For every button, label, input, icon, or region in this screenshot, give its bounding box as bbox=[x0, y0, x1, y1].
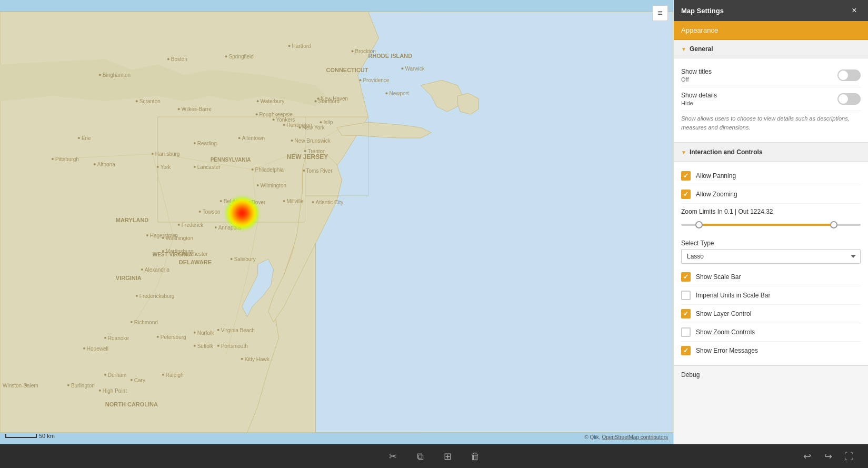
svg-text:Newport: Newport bbox=[389, 91, 408, 96]
duplicate-button[interactable]: ⧉ bbox=[412, 448, 429, 465]
svg-text:Norfolk: Norfolk bbox=[197, 330, 214, 336]
right-panel: Map Settings × Appearance ▼ General Show… bbox=[673, 0, 868, 444]
section-general-header[interactable]: ▼ General bbox=[674, 40, 868, 58]
svg-point-4 bbox=[99, 74, 101, 76]
show-titles-toggle[interactable] bbox=[837, 69, 861, 81]
svg-point-112 bbox=[67, 384, 69, 386]
svg-text:Durham: Durham bbox=[108, 372, 127, 378]
svg-text:New Brunswick: New Brunswick bbox=[295, 138, 331, 144]
allow-panning-checkbox[interactable] bbox=[681, 171, 691, 181]
chevron-down-icon: ▼ bbox=[681, 46, 686, 52]
svg-text:NORTH CAROLINA: NORTH CAROLINA bbox=[105, 401, 158, 407]
allow-zooming-label: Allow Zooming bbox=[696, 191, 737, 198]
show-details-label-group: Show details Hide bbox=[681, 92, 717, 106]
svg-text:Scranton: Scranton bbox=[139, 98, 161, 104]
heatmap-overlay bbox=[226, 197, 258, 229]
svg-text:Wilmington: Wilmington bbox=[261, 183, 286, 188]
select-type-dropdown[interactable]: Lasso Rectangle None bbox=[681, 249, 861, 264]
svg-text:Towson: Towson bbox=[203, 209, 221, 215]
svg-text:Cary: Cary bbox=[134, 377, 145, 383]
undo-button[interactable]: ↩ bbox=[799, 448, 815, 465]
scale-bar: 50 km bbox=[5, 433, 55, 439]
show-zoom-controls-label: Show Zoom Controls bbox=[696, 328, 755, 336]
svg-rect-1 bbox=[316, 12, 673, 432]
svg-text:Atlantic City: Atlantic City bbox=[316, 200, 344, 205]
map-menu-button[interactable]: ≡ bbox=[652, 5, 668, 21]
show-error-messages-row: Show Error Messages bbox=[681, 342, 861, 360]
show-error-messages-checkbox[interactable] bbox=[681, 346, 691, 355]
svg-point-118 bbox=[162, 374, 164, 376]
debug-tab-label: Debug bbox=[681, 371, 700, 379]
tab-appearance[interactable]: Appearance bbox=[674, 21, 868, 40]
svg-text:WEST VIRGINIA: WEST VIRGINIA bbox=[153, 252, 193, 257]
scale-bar-line bbox=[5, 434, 37, 438]
allow-panning-row: Allow Panning bbox=[681, 167, 861, 185]
resize-button[interactable]: ⊞ bbox=[440, 448, 456, 465]
show-details-toggle[interactable] bbox=[837, 93, 861, 105]
allow-zooming-checkbox[interactable] bbox=[681, 190, 691, 199]
fullscreen-icon: ⛶ bbox=[844, 451, 854, 462]
show-layer-control-row: Show Layer Control bbox=[681, 305, 861, 323]
svg-text:York: York bbox=[161, 164, 171, 170]
section-interaction-header[interactable]: ▼ Interaction and Controls bbox=[674, 143, 868, 162]
select-type-label: Select Type bbox=[681, 240, 861, 247]
zoom-limits-thumb-right[interactable] bbox=[830, 221, 837, 228]
section-general: ▼ General Show titles Off bbox=[674, 40, 868, 143]
panel-close-button[interactable]: × bbox=[848, 4, 861, 17]
svg-text:PENNSYLVANIA: PENNSYLVANIA bbox=[211, 157, 251, 163]
section-general-label: General bbox=[690, 45, 713, 53]
zoom-limits-slider-container bbox=[681, 217, 861, 235]
delete-button[interactable]: 🗑 bbox=[467, 448, 484, 465]
svg-text:Roanoke: Roanoke bbox=[108, 335, 129, 341]
svg-point-102 bbox=[217, 329, 220, 331]
svg-point-46 bbox=[283, 124, 285, 126]
menu-lines-icon: ≡ bbox=[657, 8, 662, 18]
zoom-limits-thumb-left[interactable] bbox=[695, 221, 703, 228]
show-zoom-controls-checkbox[interactable] bbox=[681, 327, 691, 337]
svg-point-24 bbox=[385, 92, 387, 94]
svg-text:Reading: Reading bbox=[197, 141, 217, 146]
svg-text:Boston: Boston bbox=[171, 56, 187, 62]
map-container[interactable]: Erie Binghamton Boston Springfield Brock… bbox=[0, 0, 673, 444]
zoom-limits-range-slider[interactable] bbox=[681, 224, 861, 226]
appearance-tab-label: Appearance bbox=[681, 26, 718, 34]
show-layer-control-label: Show Layer Control bbox=[696, 310, 751, 317]
svg-point-10 bbox=[351, 50, 353, 52]
svg-text:Providence: Providence bbox=[363, 77, 389, 83]
scissors-button[interactable]: ✂ bbox=[385, 448, 402, 465]
svg-point-100 bbox=[194, 332, 196, 334]
imperial-units-checkbox[interactable] bbox=[681, 291, 691, 300]
close-icon: × bbox=[852, 6, 856, 15]
svg-point-85 bbox=[231, 258, 233, 260]
show-scale-bar-checkbox[interactable] bbox=[681, 272, 691, 282]
svg-text:Huntington: Huntington bbox=[287, 122, 312, 128]
imperial-units-label: Imperial Units in Scale Bar bbox=[696, 292, 770, 299]
svg-text:Stamford: Stamford bbox=[318, 98, 340, 104]
attribution-link[interactable]: OpenStreetMap contributors bbox=[602, 434, 668, 440]
scale-bar-label: 50 km bbox=[39, 433, 55, 439]
svg-point-2 bbox=[78, 137, 80, 139]
delete-icon: 🗑 bbox=[471, 451, 480, 462]
svg-point-28 bbox=[94, 163, 96, 165]
svg-text:VIRGINIA: VIRGINIA bbox=[116, 275, 142, 281]
svg-text:Raleigh: Raleigh bbox=[166, 372, 184, 378]
svg-text:MARYLAND: MARYLAND bbox=[116, 217, 149, 223]
svg-text:Burlington: Burlington bbox=[71, 383, 95, 389]
zoom-limits-label: Zoom Limits In 0.1 | Out 1224.32 bbox=[681, 204, 861, 217]
svg-point-114 bbox=[104, 374, 106, 376]
svg-point-48 bbox=[157, 166, 159, 168]
redo-button[interactable]: ↪ bbox=[820, 448, 836, 465]
svg-point-52 bbox=[304, 150, 306, 152]
svg-point-120 bbox=[99, 390, 101, 392]
show-titles-label-group: Show titles Off bbox=[681, 68, 712, 83]
svg-point-59 bbox=[257, 184, 259, 186]
svg-text:Springfield: Springfield bbox=[229, 54, 254, 59]
svg-text:Richmond: Richmond bbox=[134, 320, 158, 325]
fullscreen-button[interactable]: ⛶ bbox=[841, 448, 857, 465]
section-interaction-label: Interaction and Controls bbox=[690, 148, 763, 156]
svg-text:Kitty Hawk: Kitty Hawk bbox=[245, 356, 270, 362]
chevron-down-icon-2: ▼ bbox=[681, 150, 686, 155]
show-layer-control-checkbox[interactable] bbox=[681, 309, 691, 318]
tab-debug[interactable]: Debug bbox=[674, 365, 868, 384]
svg-point-104 bbox=[194, 345, 196, 347]
